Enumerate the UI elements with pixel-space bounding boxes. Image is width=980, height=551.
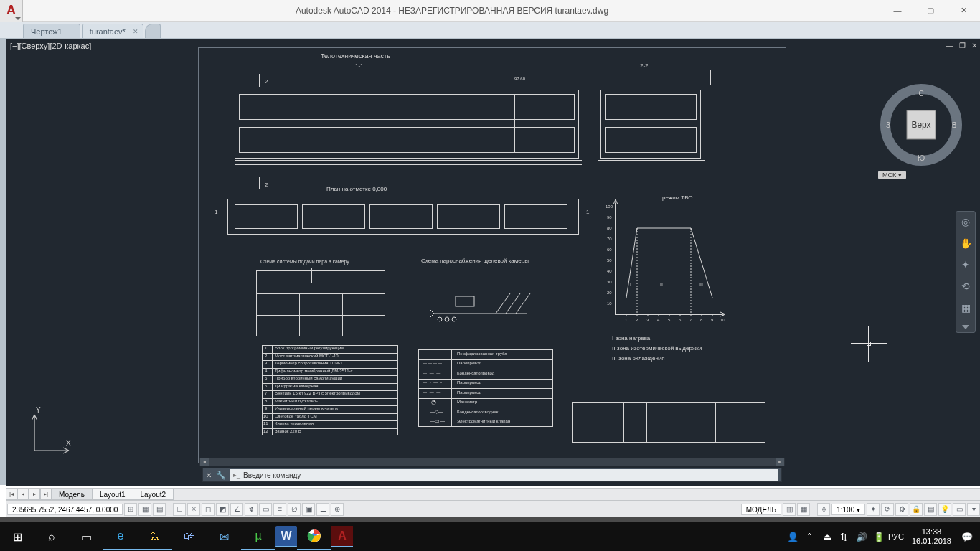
task-view-icon[interactable]: ▭ <box>69 522 103 551</box>
grid-icon[interactable]: ▤ <box>153 503 166 516</box>
autocad-app-icon[interactable]: A <box>0 0 23 22</box>
command-input[interactable]: Введите команду <box>230 469 778 481</box>
layout-nav-prev[interactable]: ◂ <box>17 489 29 500</box>
annotation-scale[interactable]: 1:100 ▾ <box>831 504 865 515</box>
workspace-switch-icon[interactable]: ⚙ <box>895 503 908 516</box>
viewcube[interactable]: С В Ю З Верх МСК ▾ <box>878 82 964 189</box>
snap-icon[interactable]: ▦ <box>138 503 151 516</box>
steering-wheel-icon[interactable]: ◎ <box>958 215 973 229</box>
layout-nav-last[interactable]: ▸| <box>40 489 52 500</box>
taskbar-word-icon[interactable]: W <box>275 526 297 547</box>
tvo-chart: 100 90 80 70 60 50 40 30 20 10 1 2 3 4 5… <box>615 203 722 315</box>
file-tab-turantaev[interactable]: turantaev*✕ <box>82 24 143 38</box>
toolbar-lock-icon[interactable]: 🔒 <box>910 503 923 516</box>
file-tab-label: turantaev* <box>90 27 126 36</box>
viewcube-west: З <box>886 121 890 129</box>
taskbar-chrome-icon[interactable] <box>297 523 331 550</box>
layout-nav-next[interactable]: ▸ <box>29 489 40 500</box>
tray-chevron-icon[interactable]: ˄ <box>801 532 819 542</box>
file-tab-label: Чертеж1 <box>31 27 62 36</box>
viewport-minimize-icon[interactable]: — <box>946 42 953 50</box>
clean-screen-icon[interactable]: ▭ <box>953 503 966 516</box>
tray-language[interactable]: РУС <box>887 532 905 541</box>
section-1-1-label: 1-1 <box>355 62 364 69</box>
cmdline-settings-icon[interactable]: 🔧 <box>215 471 227 480</box>
ucs-x-label: X <box>66 439 71 447</box>
start-button[interactable]: ⊞ <box>0 522 34 551</box>
quickview-layouts-icon[interactable]: ▥ <box>783 503 796 516</box>
schema2-title: Схема пароснабжения щелевой камеры <box>421 258 529 264</box>
showmotion-icon[interactable]: ▦ <box>958 301 973 315</box>
polar-icon[interactable]: ✳ <box>187 503 200 516</box>
annotation-autoscale-icon[interactable]: ⟳ <box>881 503 894 516</box>
tray-people-icon[interactable]: 👤 <box>784 532 801 542</box>
dim-9760: 97.60 <box>514 77 525 81</box>
close-icon[interactable]: ✕ <box>133 28 138 35</box>
layout-nav-first[interactable]: |◂ <box>6 489 17 500</box>
am-icon[interactable]: ⊕ <box>331 503 344 516</box>
tray-wifi-icon[interactable]: ⇅ <box>836 532 853 542</box>
taskbar-store-icon[interactable]: 🛍 <box>172 522 207 551</box>
viewport-close-icon[interactable]: ✕ <box>971 42 977 50</box>
schema1-title: Схема системы подачи пара в камеру <box>260 259 349 264</box>
dyn-icon[interactable]: ▭ <box>259 503 272 516</box>
viewcube-south: Ю <box>918 154 925 162</box>
navbar-expand-icon[interactable] <box>962 325 969 329</box>
taskbar-utorrent-icon[interactable]: µ <box>241 523 275 550</box>
tray-clock[interactable]: 13:38 16.01.2018 <box>905 527 958 546</box>
osnap-icon[interactable]: ◻ <box>202 503 215 516</box>
cmdline-close-icon[interactable]: ✕ <box>203 471 215 479</box>
orbit-icon[interactable]: ⟲ <box>958 279 973 293</box>
search-icon[interactable]: ⌕ <box>34 522 69 551</box>
show-desktop-button[interactable] <box>976 522 980 551</box>
zoom-extents-icon[interactable]: ✦ <box>958 258 973 272</box>
viewport-restore-icon[interactable]: ❐ <box>959 42 966 50</box>
qp-icon[interactable]: ▣ <box>302 503 315 516</box>
tpy-icon[interactable]: ∅ <box>288 503 301 516</box>
ducs-icon[interactable]: ↯ <box>245 503 258 516</box>
tab-model[interactable]: Модель <box>51 489 93 500</box>
tab-layout1[interactable]: Layout1 <box>92 489 133 500</box>
left-toolbar-strip[interactable] <box>0 39 6 485</box>
lwt-icon[interactable]: ≡ <box>273 503 286 516</box>
svg-point-3 <box>445 317 449 321</box>
taskbar-mail-icon[interactable]: ✉ <box>207 522 241 551</box>
ortho-icon[interactable]: ∟ <box>173 503 186 516</box>
viewport-label[interactable]: [−][Сверху][2D-каркас] <box>10 42 91 50</box>
file-tab-chertezh1[interactable]: Чертеж1 <box>23 24 80 38</box>
annotation-visibility-icon[interactable]: ✦ <box>867 503 880 516</box>
quickview-drawings-icon[interactable]: ▦ <box>797 503 810 516</box>
drawing-viewport[interactable]: [−][Сверху][2D-каркас] — ❐ ✕ С В Ю З Вер… <box>6 39 980 486</box>
tab-layout2[interactable]: Layout2 <box>133 489 174 500</box>
ucs-icon[interactable]: Y X <box>20 408 70 458</box>
tray-notifications-icon[interactable]: 💬 <box>958 532 976 542</box>
infer-constraints-icon[interactable]: ⊞ <box>124 503 137 516</box>
customization-icon[interactable]: ▾ <box>967 503 980 516</box>
taskbar-autocad-icon[interactable]: A <box>331 526 353 547</box>
model-space-toggle[interactable]: МОДЕЛЬ <box>741 504 781 515</box>
tray-volume-icon[interactable]: 🔊 <box>853 532 870 542</box>
otrack-icon[interactable]: ∠ <box>230 503 243 516</box>
annotation-scale-icon[interactable]: ⟠ <box>817 503 830 516</box>
close-button[interactable]: ✕ <box>947 0 980 22</box>
tray-battery-icon[interactable]: 🔋 <box>870 532 887 542</box>
tray-time: 13:38 <box>912 527 951 537</box>
isolate-objects-icon[interactable]: 💡 <box>938 503 951 516</box>
command-line: ✕ 🔧 Введите команду <box>202 468 782 482</box>
section-mark-1a: 1 <box>215 209 217 215</box>
schema2-frame <box>427 282 550 322</box>
sc-icon[interactable]: ☰ <box>316 503 329 516</box>
taskbar-explorer-icon[interactable]: 🗂 <box>138 523 172 550</box>
taskbar-edge-icon[interactable]: e <box>103 523 138 550</box>
viewcube-ucs-menu[interactable]: МСК ▾ <box>878 171 906 179</box>
horizontal-scrollbar[interactable]: ◂ ▸ <box>199 458 785 466</box>
pan-icon[interactable]: ✋ <box>958 236 973 250</box>
viewcube-east: В <box>952 121 957 129</box>
3dosnap-icon[interactable]: ◩ <box>216 503 229 516</box>
minimize-button[interactable]: — <box>881 0 914 22</box>
new-file-tab[interactable] <box>145 24 161 38</box>
coordinates-readout[interactable]: 235695.7552, 2467.4457, 0.0000 <box>7 504 123 515</box>
hardware-accel-icon[interactable]: ▤ <box>924 503 937 516</box>
maximize-button[interactable]: ▢ <box>914 0 947 22</box>
tray-usb-icon[interactable]: ⏏ <box>819 532 836 542</box>
